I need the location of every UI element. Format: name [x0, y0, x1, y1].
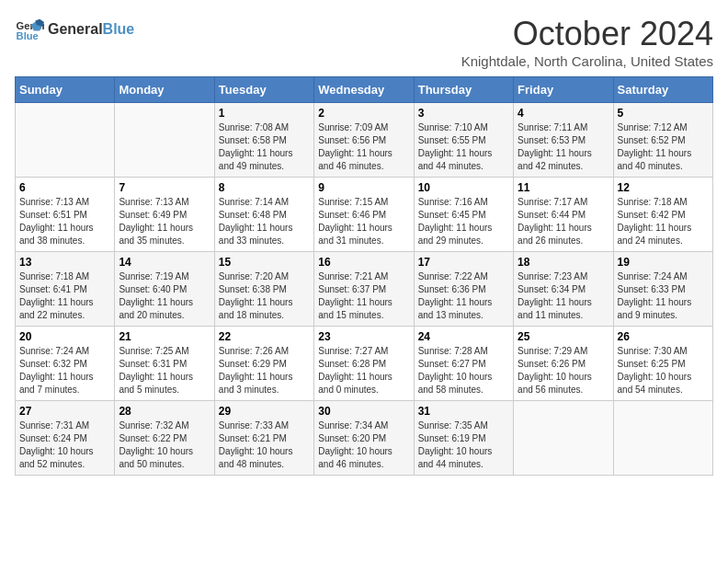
day-number: 31	[418, 405, 509, 418]
day-number: 9	[318, 181, 409, 194]
day-info: Sunrise: 7:18 AMSunset: 6:42 PMDaylight:…	[618, 196, 709, 247]
day-info: Sunrise: 7:24 AMSunset: 6:33 PMDaylight:…	[618, 270, 709, 322]
day-number: 5	[618, 107, 709, 120]
day-info: Sunrise: 7:26 AMSunset: 6:29 PMDaylight:…	[219, 345, 310, 396]
day-cell: 14Sunrise: 7:19 AMSunset: 6:40 PMDayligh…	[115, 252, 214, 327]
day-info: Sunrise: 7:32 AMSunset: 6:22 PMDaylight:…	[119, 419, 210, 471]
day-cell: 18Sunrise: 7:23 AMSunset: 6:34 PMDayligh…	[514, 252, 613, 327]
day-number: 28	[119, 405, 210, 418]
day-cell: 1Sunrise: 7:08 AMSunset: 6:58 PMDaylight…	[214, 103, 313, 178]
day-info: Sunrise: 7:18 AMSunset: 6:41 PMDaylight:…	[19, 270, 110, 322]
day-cell	[613, 401, 712, 476]
calendar-header: SundayMondayTuesdayWednesdayThursdayFrid…	[16, 77, 713, 103]
day-cell: 10Sunrise: 7:16 AMSunset: 6:45 PMDayligh…	[414, 178, 513, 252]
day-info: Sunrise: 7:24 AMSunset: 6:32 PMDaylight:…	[19, 345, 110, 396]
title-area: October 2024 Knightdale, North Carolina,…	[461, 15, 713, 69]
day-header-sunday: Sunday	[16, 77, 115, 103]
day-number: 16	[318, 256, 409, 269]
day-number: 17	[418, 256, 509, 269]
day-number: 23	[318, 330, 409, 343]
day-header-wednesday: Wednesday	[314, 77, 414, 103]
day-cell: 2Sunrise: 7:09 AMSunset: 6:56 PMDaylight…	[314, 103, 414, 178]
day-info: Sunrise: 7:19 AMSunset: 6:40 PMDaylight:…	[119, 270, 210, 322]
logo-text: GeneralBlue	[48, 20, 134, 38]
day-number: 19	[618, 256, 709, 269]
day-cell: 6Sunrise: 7:13 AMSunset: 6:51 PMDaylight…	[16, 178, 115, 252]
day-info: Sunrise: 7:25 AMSunset: 6:31 PMDaylight:…	[119, 345, 210, 396]
day-cell: 29Sunrise: 7:33 AMSunset: 6:21 PMDayligh…	[214, 401, 313, 476]
day-info: Sunrise: 7:35 AMSunset: 6:19 PMDaylight:…	[418, 419, 509, 471]
logo: General Blue GeneralBlue	[15, 15, 134, 44]
svg-text:Blue: Blue	[17, 30, 39, 41]
location-subtitle: Knightdale, North Carolina, United State…	[461, 53, 713, 69]
day-number: 14	[119, 256, 210, 269]
day-info: Sunrise: 7:13 AMSunset: 6:51 PMDaylight:…	[19, 196, 110, 247]
day-number: 11	[518, 181, 609, 194]
day-number: 20	[19, 330, 110, 343]
day-info: Sunrise: 7:09 AMSunset: 6:56 PMDaylight:…	[318, 121, 409, 173]
day-info: Sunrise: 7:12 AMSunset: 6:52 PMDaylight:…	[618, 121, 709, 173]
calendar-body: 1Sunrise: 7:08 AMSunset: 6:58 PMDaylight…	[16, 103, 713, 476]
day-info: Sunrise: 7:31 AMSunset: 6:24 PMDaylight:…	[19, 419, 110, 471]
calendar-table: SundayMondayTuesdayWednesdayThursdayFrid…	[15, 76, 713, 476]
day-number: 4	[518, 107, 609, 120]
day-number: 18	[518, 256, 609, 269]
day-number: 29	[219, 405, 310, 418]
day-number: 7	[119, 181, 210, 194]
day-number: 30	[318, 405, 409, 418]
day-cell: 21Sunrise: 7:25 AMSunset: 6:31 PMDayligh…	[115, 327, 214, 401]
day-cell: 24Sunrise: 7:28 AMSunset: 6:27 PMDayligh…	[414, 327, 513, 401]
day-number: 24	[418, 330, 509, 343]
week-row-1: 1Sunrise: 7:08 AMSunset: 6:58 PMDaylight…	[16, 103, 713, 178]
day-cell: 3Sunrise: 7:10 AMSunset: 6:55 PMDaylight…	[414, 103, 513, 178]
day-cell: 15Sunrise: 7:20 AMSunset: 6:38 PMDayligh…	[214, 252, 313, 327]
day-cell: 26Sunrise: 7:30 AMSunset: 6:25 PMDayligh…	[613, 327, 712, 401]
day-info: Sunrise: 7:21 AMSunset: 6:37 PMDaylight:…	[318, 270, 409, 322]
day-cell	[115, 103, 214, 178]
month-title: October 2024	[461, 15, 713, 53]
day-number: 13	[19, 256, 110, 269]
day-header-tuesday: Tuesday	[214, 77, 313, 103]
day-number: 26	[618, 330, 709, 343]
day-number: 10	[418, 181, 509, 194]
day-cell: 5Sunrise: 7:12 AMSunset: 6:52 PMDaylight…	[613, 103, 712, 178]
day-header-thursday: Thursday	[414, 77, 513, 103]
day-info: Sunrise: 7:29 AMSunset: 6:26 PMDaylight:…	[518, 345, 609, 396]
logo-icon: General Blue	[15, 15, 44, 44]
day-number: 22	[219, 330, 310, 343]
day-cell: 23Sunrise: 7:27 AMSunset: 6:28 PMDayligh…	[314, 327, 414, 401]
day-info: Sunrise: 7:16 AMSunset: 6:45 PMDaylight:…	[418, 196, 509, 247]
day-cell: 22Sunrise: 7:26 AMSunset: 6:29 PMDayligh…	[214, 327, 313, 401]
day-number: 3	[418, 107, 509, 120]
day-info: Sunrise: 7:33 AMSunset: 6:21 PMDaylight:…	[219, 419, 310, 471]
day-cell: 8Sunrise: 7:14 AMSunset: 6:48 PMDaylight…	[214, 178, 313, 252]
day-number: 6	[19, 181, 110, 194]
day-cell: 11Sunrise: 7:17 AMSunset: 6:44 PMDayligh…	[514, 178, 613, 252]
day-cell: 12Sunrise: 7:18 AMSunset: 6:42 PMDayligh…	[613, 178, 712, 252]
week-row-2: 6Sunrise: 7:13 AMSunset: 6:51 PMDaylight…	[16, 178, 713, 252]
day-header-friday: Friday	[514, 77, 613, 103]
day-cell	[514, 401, 613, 476]
day-cell: 7Sunrise: 7:13 AMSunset: 6:49 PMDaylight…	[115, 178, 214, 252]
day-header-saturday: Saturday	[613, 77, 712, 103]
day-number: 15	[219, 256, 310, 269]
day-info: Sunrise: 7:20 AMSunset: 6:38 PMDaylight:…	[219, 270, 310, 322]
day-number: 25	[518, 330, 609, 343]
day-info: Sunrise: 7:13 AMSunset: 6:49 PMDaylight:…	[119, 196, 210, 247]
day-info: Sunrise: 7:08 AMSunset: 6:58 PMDaylight:…	[219, 121, 310, 173]
day-number: 1	[219, 107, 310, 120]
day-number: 8	[219, 181, 310, 194]
day-cell: 16Sunrise: 7:21 AMSunset: 6:37 PMDayligh…	[314, 252, 414, 327]
day-cell: 27Sunrise: 7:31 AMSunset: 6:24 PMDayligh…	[16, 401, 115, 476]
day-number: 27	[19, 405, 110, 418]
day-cell	[16, 103, 115, 178]
week-row-3: 13Sunrise: 7:18 AMSunset: 6:41 PMDayligh…	[16, 252, 713, 327]
day-cell: 25Sunrise: 7:29 AMSunset: 6:26 PMDayligh…	[514, 327, 613, 401]
week-row-4: 20Sunrise: 7:24 AMSunset: 6:32 PMDayligh…	[16, 327, 713, 401]
day-cell: 19Sunrise: 7:24 AMSunset: 6:33 PMDayligh…	[613, 252, 712, 327]
day-cell: 4Sunrise: 7:11 AMSunset: 6:53 PMDaylight…	[514, 103, 613, 178]
day-info: Sunrise: 7:15 AMSunset: 6:46 PMDaylight:…	[318, 196, 409, 247]
day-header-monday: Monday	[115, 77, 214, 103]
day-cell: 31Sunrise: 7:35 AMSunset: 6:19 PMDayligh…	[414, 401, 513, 476]
day-info: Sunrise: 7:11 AMSunset: 6:53 PMDaylight:…	[518, 121, 609, 173]
